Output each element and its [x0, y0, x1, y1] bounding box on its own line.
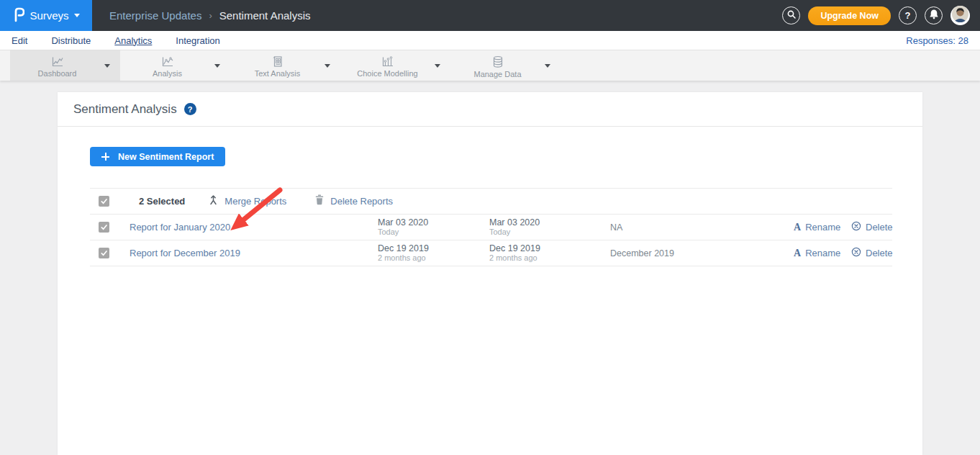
rename-label: Rename — [805, 248, 840, 258]
question-mark-icon: ? — [905, 10, 911, 21]
tab-distribute[interactable]: Distribute — [51, 35, 91, 46]
circle-x-icon — [851, 247, 861, 260]
toolbar-item-choice-modelling[interactable]: Choice Modelling — [340, 50, 450, 81]
upgrade-now-button[interactable]: Upgrade Now — [808, 6, 891, 25]
chevron-down-icon[interactable] — [435, 64, 440, 68]
user-avatar[interactable] — [950, 6, 970, 25]
delete-label: Delete — [866, 222, 893, 233]
title-help-icon[interactable]: ? — [184, 103, 196, 115]
trash-icon — [315, 194, 324, 208]
plus-icon — [101, 153, 109, 161]
new-sentiment-report-button[interactable]: New Sentiment Report — [90, 147, 225, 166]
table-row: Report for January 2020 Mar 03 2020 Toda… — [90, 215, 892, 240]
toolbar-label: Dashboard — [38, 69, 77, 78]
delete-button[interactable]: Delete — [851, 221, 893, 234]
merge-reports-button[interactable]: Merge Reports — [209, 194, 286, 208]
created-date: Mar 03 2020 — [378, 217, 489, 227]
toolbar-label: Choice Modelling — [357, 69, 417, 78]
merge-reports-label: Merge Reports — [224, 196, 286, 207]
created-date-relative: Today — [378, 227, 489, 237]
report-label: NA — [610, 222, 794, 233]
page-title: Sentiment Analysis — [73, 102, 177, 117]
page-background: Sentiment Analysis ? New Sentiment Repor… — [0, 81, 980, 455]
help-button[interactable]: ? — [899, 6, 917, 24]
row-checkbox[interactable] — [99, 248, 109, 258]
bulk-actions-row: 2 Selected Merge Reports — [90, 188, 892, 215]
responses-count[interactable]: Responses: 28 — [906, 35, 968, 46]
header-actions: Upgrade Now ? — [782, 6, 980, 25]
merge-icon — [209, 194, 218, 208]
toolbar-label: Manage Data — [473, 70, 521, 78]
created-date: Dec 19 2019 — [378, 243, 489, 253]
document-grid-icon — [272, 55, 283, 68]
delete-reports-label: Delete Reports — [330, 196, 393, 207]
breadcrumb-survey-name[interactable]: Enterprise Updates — [109, 9, 201, 22]
dot-bar-chart-icon — [381, 55, 394, 68]
report-name-link[interactable]: Report for December 2019 — [130, 248, 378, 258]
search-icon — [786, 9, 797, 22]
chevron-down-icon[interactable] — [325, 64, 330, 68]
rename-button[interactable]: A Rename — [794, 222, 851, 233]
scatter-chart-icon — [161, 55, 174, 68]
new-report-label: New Sentiment Report — [118, 152, 214, 162]
report-name-link[interactable]: Report for January 2020 — [130, 222, 378, 233]
rename-button[interactable]: A Rename — [794, 248, 851, 259]
table-row: Report for December 2019 Dec 19 2019 2 m… — [90, 240, 892, 266]
modified-date: Mar 03 2020 — [489, 217, 610, 227]
check-icon — [100, 197, 108, 205]
toolbar-label: Analysis — [153, 69, 182, 78]
toolbar-item-manage-data[interactable]: Manage Data — [450, 50, 561, 81]
circle-x-icon — [851, 221, 861, 234]
tab-integration[interactable]: Integration — [176, 35, 219, 46]
rename-icon: A — [794, 248, 801, 259]
product-name: Surveys — [30, 9, 68, 22]
chevron-down-icon — [74, 14, 80, 17]
delete-label: Delete — [866, 248, 893, 258]
analytics-toolbar: Dashboard Analysis — [0, 50, 980, 81]
delete-button[interactable]: Delete — [851, 247, 893, 260]
toolbar-item-dashboard[interactable]: Dashboard — [10, 50, 120, 81]
bell-icon — [929, 9, 939, 22]
modified-date-relative: Today — [489, 227, 610, 237]
top-header: Surveys Enterprise Updates › Sentiment A… — [0, 0, 980, 31]
rename-label: Rename — [805, 222, 840, 233]
chevron-down-icon[interactable] — [104, 64, 110, 68]
sentiment-analysis-card: Sentiment Analysis ? New Sentiment Repor… — [58, 92, 922, 455]
check-icon — [100, 223, 108, 231]
row-checkbox[interactable] — [99, 222, 109, 233]
delete-reports-button[interactable]: Delete Reports — [315, 194, 393, 208]
modified-date: Dec 19 2019 — [489, 243, 610, 253]
notifications-button[interactable] — [925, 6, 943, 24]
product-switcher[interactable]: Surveys — [0, 0, 92, 31]
rename-icon: A — [794, 222, 801, 233]
toolbar-item-text-analysis[interactable]: Text Analysis — [230, 50, 340, 81]
modified-date-relative: 2 months ago — [489, 253, 610, 263]
breadcrumb-separator: › — [209, 10, 212, 21]
created-date-relative: 2 months ago — [378, 253, 489, 263]
tab-edit[interactable]: Edit — [12, 35, 27, 46]
avatar-photo — [951, 5, 969, 26]
select-all-checkbox[interactable] — [99, 196, 109, 207]
check-icon — [100, 249, 108, 257]
breadcrumb: Enterprise Updates › Sentiment Analysis — [109, 9, 310, 22]
report-label: December 2019 — [610, 248, 794, 258]
breadcrumb-current-page: Sentiment Analysis — [219, 9, 311, 22]
line-chart-icon — [51, 55, 64, 68]
tab-analytics[interactable]: Analytics — [114, 35, 152, 46]
reports-table: 2 Selected Merge Reports — [90, 188, 892, 266]
proprofs-logo-icon — [12, 6, 24, 26]
database-icon — [491, 55, 504, 68]
toolbar-label: Text Analysis — [255, 69, 301, 78]
selected-count: 2 Selected — [139, 196, 185, 207]
chevron-down-icon[interactable] — [545, 64, 550, 68]
toolbar-item-analysis[interactable]: Analysis — [120, 50, 230, 81]
chevron-down-icon[interactable] — [214, 64, 220, 68]
search-button[interactable] — [782, 6, 800, 24]
survey-tab-bar: Edit Distribute Analytics Integration Re… — [0, 31, 980, 50]
